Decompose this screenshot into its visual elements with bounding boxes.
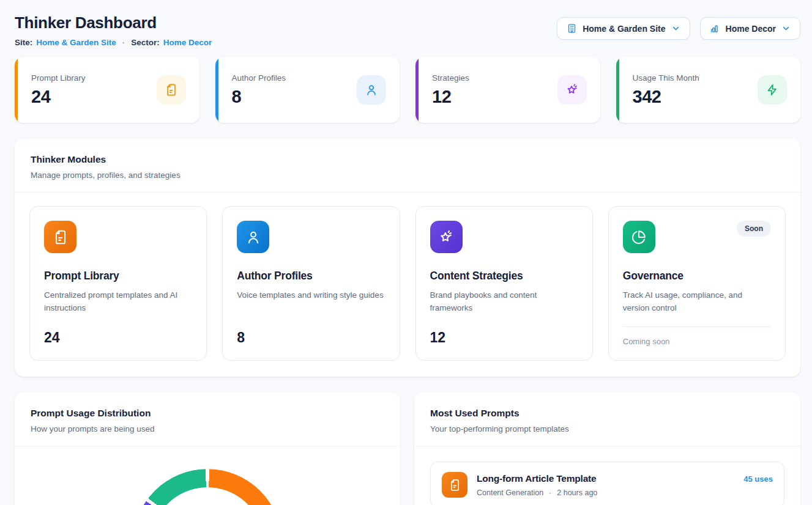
module-card-prompt-library[interactable]: Prompt Library Centralized prompt templa… (29, 206, 207, 361)
prompts-panel-header: Most Used Prompts Your top-performing pr… (414, 393, 800, 446)
prompt-title: Long-form Article Template (477, 473, 734, 484)
header-titles: Thinker Dashboard Site: Home & Garden Si… (15, 13, 212, 47)
module-count: 8 (237, 330, 385, 346)
document-icon (44, 221, 76, 253)
stat-label: Strategies (432, 73, 557, 83)
module-count: 12 (430, 330, 578, 346)
breadcrumb: Site: Home & Garden Site · Sector: Home … (15, 38, 212, 47)
module-card-governance[interactable]: Soon Governance Track AI usage, complian… (608, 206, 786, 361)
module-count: 24 (44, 330, 192, 346)
stat-card-author-profiles: Author Profiles 8 (215, 57, 400, 123)
modules-title: Thinker Modules (31, 154, 784, 165)
usage-panel-subtitle: How your prompts are being used (31, 424, 384, 433)
sector-label: Sector: (131, 38, 160, 47)
module-description: Track AI usage, compliance, and version … (623, 289, 771, 315)
pie-chart-icon (623, 221, 655, 253)
usage-chart-area: 15% (15, 469, 400, 505)
stat-label: Author Profiles (232, 73, 357, 83)
stat-accent-bar (15, 57, 18, 123)
most-used-prompts-panel: Most Used Prompts Your top-performing pr… (414, 393, 800, 505)
prompts-panel-subtitle: Your top-performing prompt templates (430, 424, 784, 433)
sparkle-star-icon (557, 75, 587, 105)
bottom-row: Prompt Usage Distribution How your promp… (15, 393, 800, 505)
sparkle-star-icon (430, 221, 463, 253)
stat-card-prompt-library: Prompt Library 24 (15, 57, 199, 123)
module-card-content-strategies[interactable]: Content Strategies Brand playbooks and c… (415, 206, 593, 361)
stat-card-usage: Usage This Month 342 (616, 57, 801, 123)
usage-donut (133, 469, 282, 505)
page-header: Thinker Dashboard Site: Home & Garden Si… (15, 13, 800, 47)
usage-distribution-panel: Prompt Usage Distribution How your promp… (15, 393, 400, 505)
dashboard-page: Thinker Dashboard Site: Home & Garden Si… (0, 0, 812, 505)
modules-subtitle: Manage prompts, profiles, and strategies (31, 171, 784, 180)
module-card-author-profiles[interactable]: Author Profiles Voice templates and writ… (222, 206, 400, 361)
header-selectors: Home & Garden Site Home Decor (557, 17, 800, 40)
user-icon (357, 75, 386, 105)
breadcrumb-dot: · (122, 38, 125, 47)
stat-label: Usage This Month (633, 73, 758, 83)
prompt-uses-badge: 45 uses (743, 474, 773, 484)
site-selector-dropdown[interactable]: Home & Garden Site (557, 17, 690, 40)
module-title: Prompt Library (44, 270, 192, 282)
prompt-category: Content Generation (477, 488, 543, 497)
coming-soon-text: Coming soon (623, 327, 771, 346)
stat-accent-bar (215, 57, 218, 123)
chevron-down-icon (781, 24, 791, 33)
building-icon (567, 23, 577, 34)
sector-selector-value: Home Decor (726, 24, 776, 34)
prompts-list: Long-form Article Template Content Gener… (414, 446, 800, 505)
prompts-panel-title: Most Used Prompts (430, 408, 784, 419)
module-description: Centralized prompt templates and AI inst… (44, 289, 192, 315)
page-title: Thinker Dashboard (15, 13, 212, 32)
prompt-list-item[interactable]: Long-form Article Template Content Gener… (430, 462, 784, 505)
stat-value: 8 (232, 87, 357, 107)
site-selector-value: Home & Garden Site (583, 24, 665, 34)
site-link[interactable]: Home & Garden Site (36, 38, 116, 47)
stat-label: Prompt Library (31, 73, 157, 83)
stat-value: 342 (633, 87, 758, 107)
document-icon (157, 75, 186, 105)
stat-accent-bar (415, 57, 419, 123)
modules-grid: Prompt Library Centralized prompt templa… (15, 193, 800, 377)
stats-row: Prompt Library 24 Author Profiles 8 (15, 57, 800, 123)
sector-link[interactable]: Home Decor (163, 38, 212, 47)
chevron-down-icon (671, 24, 680, 33)
lightning-bolt-icon (758, 75, 787, 105)
modules-panel: Thinker Modules Manage prompts, profiles… (15, 139, 800, 377)
modules-panel-header: Thinker Modules Manage prompts, profiles… (15, 139, 800, 193)
meta-dot: · (549, 488, 551, 497)
module-description: Voice templates and writing style guides (237, 289, 385, 302)
module-title: Content Strategies (430, 270, 578, 282)
module-title: Author Profiles (237, 270, 385, 282)
stat-value: 12 (432, 87, 557, 107)
stat-accent-bar (616, 57, 619, 123)
sector-selector-dropdown[interactable]: Home Decor (700, 17, 800, 40)
soon-badge: Soon (737, 221, 771, 237)
document-icon (442, 472, 467, 498)
stat-card-strategies: Strategies 12 (415, 57, 600, 123)
usage-panel-header: Prompt Usage Distribution How your promp… (15, 393, 400, 446)
module-title: Governance (623, 270, 771, 282)
prompt-time: 2 hours ago (557, 488, 597, 497)
bar-chart-icon (710, 23, 720, 34)
module-description: Brand playbooks and content frameworks (430, 289, 578, 315)
stat-value: 24 (31, 87, 157, 107)
user-icon (237, 221, 269, 253)
usage-panel-title: Prompt Usage Distribution (31, 408, 384, 419)
site-label: Site: (15, 38, 32, 47)
